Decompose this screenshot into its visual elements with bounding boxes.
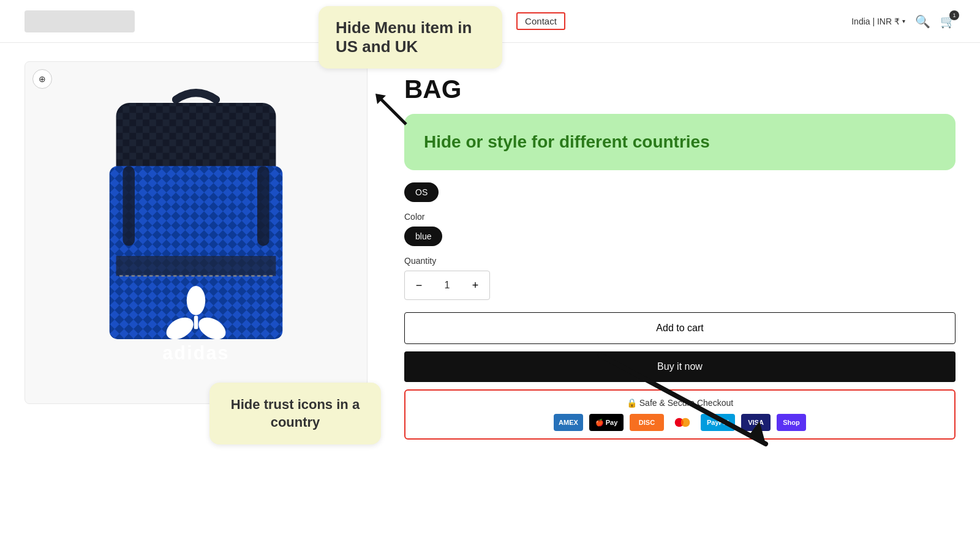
product-name: BAG bbox=[404, 75, 956, 104]
header-right: India | INR ₹ ▾ 🔍 🛒 1 bbox=[851, 14, 956, 29]
tooltip-menu-item: Hide Menu item in US and UK bbox=[318, 6, 502, 69]
size-os-button[interactable]: OS bbox=[404, 182, 439, 202]
svg-text:adidas: adidas bbox=[162, 342, 229, 363]
locale-text: India | INR ₹ bbox=[851, 17, 900, 26]
discover-icon: DISC bbox=[630, 414, 664, 431]
chevron-down-icon: ▾ bbox=[902, 18, 905, 24]
locale-selector[interactable]: India | INR ₹ ▾ bbox=[851, 17, 905, 26]
color-label: Color bbox=[404, 212, 956, 222]
nav-contact[interactable]: Contact bbox=[516, 12, 565, 30]
store-logo bbox=[24, 10, 135, 32]
size-section: OS bbox=[404, 182, 956, 202]
quantity-section: Quantity − 1 + bbox=[404, 256, 956, 300]
quantity-value: 1 bbox=[433, 280, 461, 291]
add-to-cart-button[interactable]: Add to cart bbox=[404, 312, 956, 344]
quantity-label: Quantity bbox=[404, 256, 956, 266]
cart-badge: 1 bbox=[949, 10, 959, 20]
tooltip-countries-text: Hide or style for different countries bbox=[424, 132, 710, 151]
svg-rect-19 bbox=[257, 166, 270, 246]
visa-icon: VISA bbox=[741, 414, 771, 431]
trust-title: 🔒 Safe & Secure Checkout bbox=[415, 398, 944, 408]
tooltip-countries: Hide or style for different countries bbox=[404, 114, 956, 170]
cart-icon[interactable]: 🛒 1 bbox=[940, 14, 956, 29]
tooltip-trust: Hide trust icons in a country bbox=[209, 383, 381, 444]
mastercard-icon bbox=[670, 414, 695, 431]
svg-rect-18 bbox=[123, 166, 135, 246]
quantity-control: − 1 + bbox=[404, 271, 490, 300]
trust-icons: AMEX 🍎 Pay DISC PayPal VISA Shop bbox=[415, 414, 944, 431]
tooltip-trust-text: Hide trust icons in a country bbox=[231, 397, 360, 430]
color-section: Color blue bbox=[404, 212, 956, 246]
trust-box: 🔒 Safe & Secure Checkout AMEX 🍎 Pay DISC… bbox=[404, 389, 956, 440]
header: Home Catalog Contact India | INR ₹ ▾ 🔍 🛒… bbox=[0, 0, 980, 43]
tooltip-menu-text: Hide Menu item in US and UK bbox=[336, 18, 472, 56]
amex-icon: AMEX bbox=[554, 414, 583, 431]
quantity-increase-button[interactable]: + bbox=[461, 271, 489, 299]
search-icon[interactable]: 🔍 bbox=[915, 14, 930, 29]
product-details: EYETEX BAG Hide or style for different c… bbox=[404, 61, 956, 440]
quantity-decrease-button[interactable]: − bbox=[405, 271, 433, 299]
zoom-icon[interactable]: ⊕ bbox=[32, 69, 52, 89]
product-image-container: ⊕ bbox=[24, 61, 368, 404]
paypal-icon: PayPal bbox=[701, 414, 735, 431]
main-content: ⊕ bbox=[0, 43, 980, 458]
svg-rect-10 bbox=[116, 256, 276, 276]
buy-now-button[interactable]: Buy it now bbox=[404, 351, 956, 382]
shopay-icon: Shop bbox=[777, 414, 806, 431]
applepay-icon: 🍎 Pay bbox=[589, 414, 624, 431]
product-image: adidas bbox=[55, 80, 337, 386]
svg-point-13 bbox=[187, 286, 205, 315]
svg-line-0 bbox=[379, 97, 406, 124]
arrow-menu-icon bbox=[372, 91, 409, 133]
svg-rect-16 bbox=[194, 316, 198, 329]
color-blue-button[interactable]: blue bbox=[404, 227, 442, 246]
